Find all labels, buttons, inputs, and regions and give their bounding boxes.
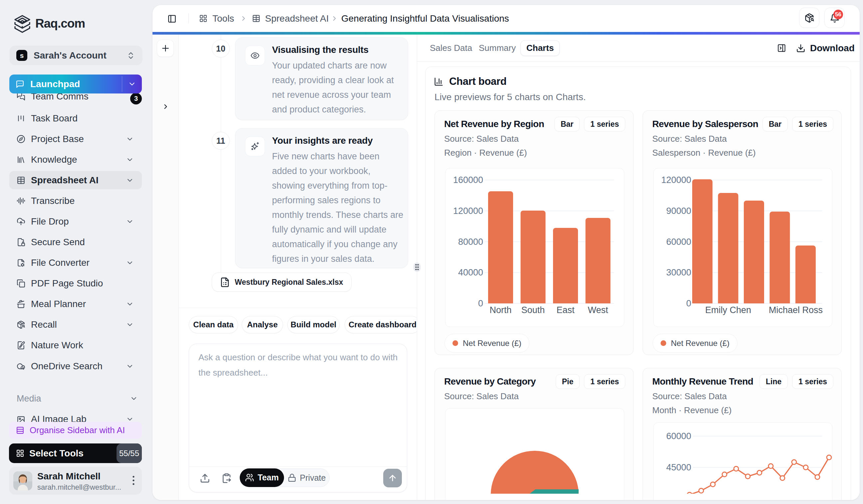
svg-text:North: North [489, 305, 511, 315]
svg-text:0: 0 [686, 298, 691, 308]
svg-text:60000: 60000 [666, 237, 691, 247]
svg-text:0: 0 [478, 298, 483, 308]
svg-text:160000: 160000 [453, 175, 483, 185]
svg-text:40000: 40000 [458, 268, 483, 277]
svg-text:120000: 120000 [453, 206, 483, 216]
svg-text:90000: 90000 [666, 206, 691, 216]
svg-text:30000: 30000 [666, 268, 691, 277]
svg-text:80000: 80000 [458, 237, 483, 247]
svg-text:Emily Chen: Emily Chen [705, 305, 751, 315]
svg-text:60000: 60000 [666, 431, 691, 441]
svg-text:South: South [521, 305, 545, 315]
svg-text:120000: 120000 [661, 175, 691, 185]
svg-text:Michael Ross: Michael Ross [769, 305, 823, 315]
svg-text:45000: 45000 [666, 462, 691, 473]
svg-text:East: East [556, 305, 575, 315]
svg-text:West: West [588, 305, 608, 315]
